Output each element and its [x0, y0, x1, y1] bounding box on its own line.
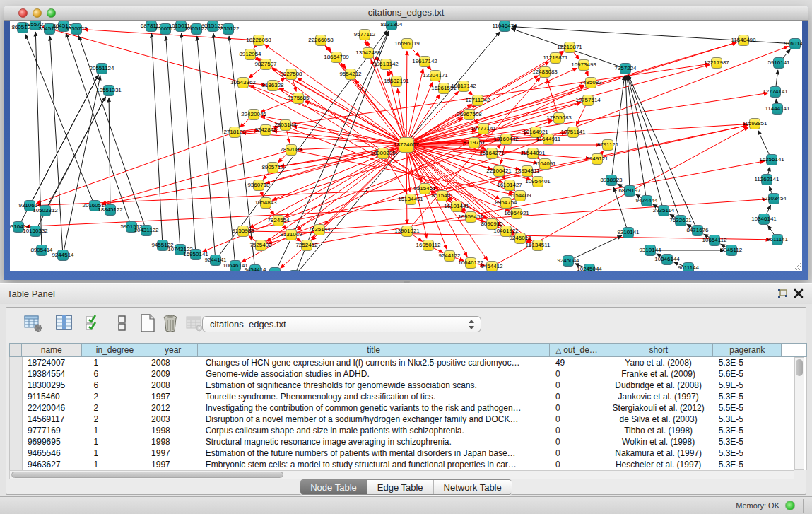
- graph-node[interactable]: 8791121: [602, 139, 613, 151]
- graph-node[interactable]: 7857083: [286, 144, 297, 156]
- graph-node[interactable]: 1954843: [260, 197, 271, 209]
- graph-node[interactable]: 20551124: [96, 63, 107, 74]
- graph-node[interactable]: 9827507: [260, 59, 271, 70]
- graph-node[interactable]: 16101427: [504, 180, 515, 191]
- graph-node[interactable]: 9160141: [789, 38, 801, 49]
- cell-title[interactable]: Genome-wide association studies in ADHD.: [199, 368, 550, 380]
- graph-node[interactable]: 11544091: [527, 148, 539, 159]
- column-header-year[interactable]: year: [148, 343, 198, 357]
- table-row[interactable]: 2242004622012Investigating the contribut…: [10, 402, 806, 414]
- graph-node[interactable]: 7357224: [620, 63, 631, 74]
- cell-in_degree[interactable]: 2: [82, 391, 149, 402]
- cell-out_de[interactable]: 0: [550, 425, 604, 436]
- cell-in_degree[interactable]: 2: [82, 414, 149, 425]
- graph-node[interactable]: 8905414: [36, 245, 47, 256]
- graph-node[interactable]: 16950112: [423, 240, 434, 251]
- graph-node[interactable]: 9154409: [514, 190, 526, 201]
- cell-short[interactable]: Franke et al. (2009): [604, 368, 713, 380]
- cell-title[interactable]: Tourette syndrome. Phenomenology and cla…: [199, 391, 550, 402]
- cell-year[interactable]: 1997: [149, 459, 199, 470]
- graph-node[interactable]: 10150332: [30, 226, 41, 237]
- cell-pagerank[interactable]: 5.3E-5: [713, 436, 782, 448]
- graph-node[interactable]: 16261551: [438, 83, 449, 94]
- graph-node[interactable]: 7525402: [255, 240, 266, 251]
- table-row[interactable]: 1938455462009Genome-wide association stu…: [10, 368, 806, 380]
- graph-node[interactable]: 13901021: [401, 226, 413, 237]
- cell-year[interactable]: 2008: [149, 380, 199, 391]
- graph-node[interactable]: 9474444: [641, 195, 652, 206]
- graph-node[interactable]: 9155983: [237, 226, 249, 237]
- cell-pagerank[interactable]: 5.3E-5: [713, 448, 782, 459]
- graph-node[interactable]: 11644911: [543, 134, 554, 145]
- cell-short[interactable]: Wolkin et al. (1998): [604, 436, 713, 448]
- delete-table-icon[interactable]: [160, 313, 180, 333]
- graph-node[interactable]: 9242848: [260, 124, 271, 136]
- graph-node[interactable]: 3175685: [293, 93, 304, 104]
- cell-in_degree[interactable]: 1: [82, 425, 149, 436]
- table-row[interactable]: 946362711997Embryonic stem cells: a mode…: [10, 459, 806, 470]
- cell-name[interactable]: 9777169: [23, 425, 83, 436]
- tab-edge-table[interactable]: Edge Table: [367, 480, 433, 494]
- graph-node[interactable]: 8605128: [17, 22, 28, 33]
- graph-node[interactable]: 9244141: [210, 255, 221, 266]
- cell-short[interactable]: Jankovic et al. (1997): [604, 391, 713, 402]
- tab-network-table[interactable]: Network Table: [433, 480, 512, 494]
- float-panel-icon[interactable]: [777, 288, 788, 300]
- cell-pagerank[interactable]: 5.3E-5: [713, 391, 782, 402]
- graph-node[interactable]: 16134511: [532, 240, 543, 251]
- cell-short[interactable]: Tibbo et al. (1998): [604, 425, 713, 436]
- cell-pagerank[interactable]: 5.3E-5: [713, 414, 782, 425]
- horizontal-scrollbar-thumb[interactable]: [11, 472, 283, 478]
- graph-node[interactable]: 10346144: [661, 254, 673, 265]
- column-header-name[interactable]: name: [22, 343, 82, 357]
- graph-node[interactable]: 8186328: [267, 80, 278, 91]
- clear-selection-icon[interactable]: [112, 313, 132, 333]
- graph-node[interactable]: 10743122: [175, 244, 186, 255]
- graph-node[interactable]: 2835122: [223, 23, 234, 35]
- graph-node[interactable]: 11262141: [761, 174, 772, 185]
- table-select-dropdown[interactable]: citations_edges.txt: [202, 316, 481, 332]
- graph-node[interactable]: 9827508: [286, 69, 297, 80]
- graph-node[interactable]: 5910141: [773, 57, 784, 69]
- graph-node[interactable]: 22100421: [493, 165, 505, 177]
- graph-node[interactable]: 9360718: [253, 180, 264, 191]
- graph-node[interactable]: 18226058: [253, 35, 264, 46]
- graph-node[interactable]: 16696019: [401, 38, 413, 49]
- graph-node[interactable]: 9245041: [289, 270, 300, 271]
- horizontal-scrollbar[interactable]: [9, 470, 794, 479]
- cell-title[interactable]: Corpus callosum shape and size in male p…: [199, 425, 550, 436]
- cell-name[interactable]: 18724007: [23, 357, 83, 368]
- graph-node[interactable]: 9355722: [71, 23, 82, 35]
- graph-node[interactable]: 7252412: [301, 240, 312, 251]
- cell-short[interactable]: Dudbridge et al. (2008): [604, 380, 713, 391]
- graph-node[interactable]: 11046474: [499, 21, 510, 32]
- graph-node[interactable]: 9455122: [157, 240, 168, 251]
- graph-node[interactable]: 8131049: [286, 229, 297, 240]
- cell-out_de[interactable]: 0: [550, 402, 604, 414]
- graph-node[interactable]: 9454412: [486, 261, 498, 271]
- graph-node[interactable]: 8515451: [437, 190, 448, 201]
- graph-node[interactable]: 12483083: [539, 66, 551, 78]
- graph-node[interactable]: 15582191: [391, 76, 402, 87]
- cell-pagerank[interactable]: 5.5E-5: [713, 402, 782, 414]
- show-columns-icon[interactable]: [54, 313, 74, 333]
- vertical-scrollbar-thumb[interactable]: [796, 359, 803, 376]
- graph-node[interactable]: 9611144: [683, 262, 694, 271]
- graph-node[interactable]: 10954401: [532, 176, 543, 187]
- cell-short[interactable]: Yano et al. (2008): [604, 357, 713, 368]
- graph-node[interactable]: 8645123: [58, 21, 69, 32]
- resize-grip-icon[interactable]: [793, 262, 801, 271]
- table-row[interactable]: 977716911998Corpus callosum shape and si…: [10, 425, 806, 436]
- graph-node[interactable]: 13204171: [430, 70, 441, 81]
- graph-node[interactable]: 10461922: [500, 226, 512, 237]
- graph-node[interactable]: 17855083: [553, 112, 565, 124]
- cell-in_degree[interactable]: 6: [82, 380, 149, 391]
- column-header-out_de[interactable]: △out_de…: [550, 343, 604, 357]
- cell-pagerank[interactable]: 5.3E-5: [713, 425, 782, 436]
- cell-out_de[interactable]: 0: [550, 368, 604, 380]
- cell-year[interactable]: 2009: [149, 368, 199, 380]
- graph-node[interactable]: 15134451: [405, 194, 416, 205]
- cell-title[interactable]: Structural magnetic resonance image aver…: [199, 436, 550, 448]
- table-mode-icon[interactable]: [23, 313, 43, 333]
- graph-node[interactable]: 10777141: [478, 123, 489, 134]
